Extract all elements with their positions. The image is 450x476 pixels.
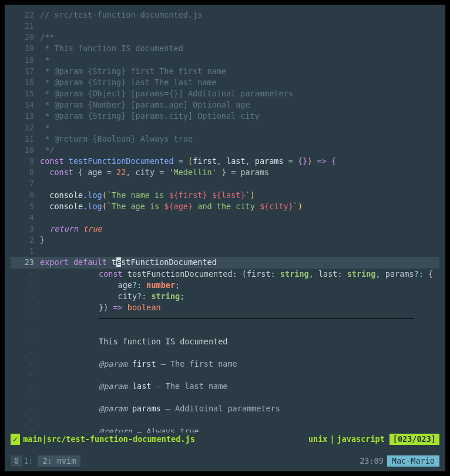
- tilde: ~: [11, 269, 40, 280]
- line-number: 4: [11, 212, 40, 223]
- clock: 23:09: [356, 455, 387, 467]
- code-line: console.log(`The name is ${first} ${last…: [40, 190, 439, 201]
- tilde: ~: [11, 403, 40, 414]
- line-number: 9: [11, 156, 40, 167]
- tilde: ~: [11, 336, 40, 347]
- code-line: const testFunctionDocumented = (first, l…: [40, 156, 439, 167]
- code-line: * @param {String} [params.city] Optional…: [40, 110, 439, 122]
- tilde: ~: [11, 415, 40, 426]
- file-path: src/test-function-documented.js: [47, 434, 195, 445]
- line-number: 3: [11, 223, 40, 234]
- file-type: javascript: [335, 434, 387, 445]
- tilde: ~: [11, 291, 40, 302]
- line-number: 8: [11, 167, 40, 178]
- code-line: [40, 246, 439, 257]
- code-line: *: [40, 122, 439, 133]
- code-line: * @return {Boolean} Always true: [40, 133, 439, 145]
- separator: |: [42, 434, 47, 445]
- editor-window: 22// src/test-function-documented.js 21 …: [5, 5, 445, 471]
- current-line: 23export default testFunctionDocumented: [11, 257, 439, 268]
- code-line: const { age = 22, city = 'Medellin' } = …: [40, 167, 439, 178]
- code-line: * @param {String} first The first name: [40, 66, 439, 77]
- code-line: export default testFunctionDocumented: [40, 257, 439, 268]
- code-line: * @param {Object} [params={}] Additoinal…: [40, 88, 439, 99]
- line-number: 21: [11, 21, 40, 32]
- line-number: 16: [11, 77, 40, 88]
- line-number: 15: [11, 88, 40, 99]
- tmux-bar: 0 1: 2: nvim 23:09 Mac-Mario: [11, 455, 439, 467]
- line-position: [023/023]: [389, 434, 439, 445]
- code-line: }: [40, 234, 439, 246]
- line-number: 20: [11, 32, 40, 43]
- separator: |: [330, 434, 334, 445]
- tmux-window[interactable]: 2: nvim: [38, 455, 80, 467]
- popup-divider: ────────────────────────────────────────…: [40, 314, 414, 323]
- tilde: ~: [11, 313, 40, 324]
- text-cursor: e: [116, 257, 121, 267]
- tilde: ~: [11, 358, 40, 370]
- tilde: ~: [11, 381, 40, 392]
- line-number: 10: [11, 145, 40, 156]
- line-number: 2: [11, 234, 40, 246]
- tilde: ~: [11, 392, 40, 403]
- line-number: 22: [11, 9, 40, 21]
- tilde: ~: [11, 324, 40, 336]
- status-bar: ✓ main | src/test-function-documented.js…: [11, 434, 439, 445]
- git-branch: main: [23, 434, 42, 445]
- line-number: 11: [11, 133, 40, 145]
- code-line: * @param {Number} [params.age] Optional …: [40, 99, 439, 110]
- code-line: [40, 21, 439, 32]
- line-number: 5: [11, 201, 40, 212]
- line-number: 7: [11, 178, 40, 189]
- line-number-current: 23: [11, 257, 40, 268]
- line-number: 14: [11, 99, 40, 110]
- tilde: ~: [11, 426, 40, 433]
- line-number: 17: [11, 66, 40, 77]
- hostname: Mac-Mario: [387, 455, 439, 467]
- tilde: ~: [11, 302, 40, 313]
- line-number: 18: [11, 55, 40, 66]
- code-line: return true: [40, 223, 439, 234]
- check-icon: ✓: [11, 434, 20, 445]
- tilde: ~: [11, 280, 40, 291]
- tmux-session[interactable]: 0: [11, 455, 22, 467]
- popup-description: This function IS documented: [40, 337, 227, 346]
- code-line: /**: [40, 32, 439, 43]
- line-number: 19: [11, 43, 40, 54]
- line-number: 12: [11, 122, 40, 133]
- line-number: 6: [11, 190, 40, 201]
- tilde: ~: [11, 347, 40, 358]
- code-line: console.log(`The age is ${age} and the c…: [40, 201, 439, 212]
- tmux-window-index: 1:: [22, 455, 34, 467]
- line-number: 1: [11, 246, 40, 257]
- code-line: * @param {String} last The last name: [40, 77, 439, 88]
- file-encoding: unix: [306, 434, 330, 445]
- code-line: */: [40, 145, 439, 156]
- code-line: [40, 212, 439, 223]
- code-line: // src/test-function-documented.js: [40, 9, 439, 21]
- code-line: * This function IS documented: [40, 43, 439, 54]
- line-number: 13: [11, 110, 40, 122]
- code-line: [40, 178, 439, 189]
- tilde: ~: [11, 370, 40, 381]
- code-area[interactable]: 22// src/test-function-documented.js 21 …: [11, 9, 439, 433]
- code-line: *: [40, 55, 439, 66]
